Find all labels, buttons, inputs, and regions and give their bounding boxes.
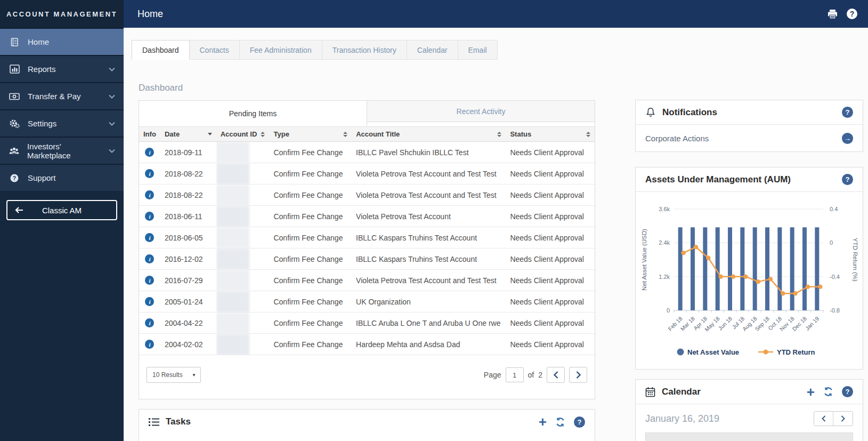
- notifications-panel: Notifications ? Corporate Actions →: [635, 100, 863, 152]
- back-arrow-icon: [15, 207, 23, 213]
- sidebar-item-home[interactable]: Home: [0, 28, 124, 55]
- info-icon[interactable]: i: [145, 254, 154, 263]
- arrow-right-circle-icon[interactable]: →: [842, 133, 853, 144]
- sidebar: ACCOUNT MANAGEMENT HomeReportsTransfer &…: [0, 0, 124, 441]
- cell-status: Needs Client Approval: [506, 142, 595, 163]
- column-label: Account Title: [356, 130, 400, 138]
- cell-account-id-redacted: [216, 270, 249, 291]
- printer-icon[interactable]: [827, 9, 838, 19]
- column-header-type[interactable]: Type: [269, 127, 352, 141]
- cell-account-id-redacted: [216, 142, 249, 163]
- sidebar-item-label: Support: [28, 173, 56, 182]
- notification-item-corporate-actions[interactable]: Corporate Actions →: [636, 125, 863, 151]
- cell-status: Needs Client Approval: [506, 185, 595, 205]
- table-row: i2018-08-22Confirm Fee ChangeVioleta Pet…: [139, 185, 595, 206]
- of-label: of: [528, 371, 534, 379]
- sort-desc-icon: [208, 133, 212, 135]
- calendar-help-icon[interactable]: ?: [842, 386, 853, 397]
- cell-type: Confirm Fee Change: [269, 185, 352, 205]
- cell-account-id-redacted: [216, 312, 249, 333]
- notifications-help-icon[interactable]: ?: [842, 107, 853, 118]
- info-icon[interactable]: i: [145, 169, 154, 178]
- tab-transaction-history[interactable]: Transaction History: [322, 40, 407, 60]
- calendar-next-button[interactable]: [833, 412, 853, 426]
- cell-date: 2005-01-24: [160, 291, 216, 312]
- info-icon[interactable]: i: [145, 233, 154, 242]
- table-row: i2016-12-02Confirm Fee ChangeIBLLC Kaspa…: [139, 248, 595, 270]
- tab-fee-administration[interactable]: Fee Administration: [240, 40, 322, 60]
- cell-account-id-redacted: [216, 185, 249, 205]
- aum-help-icon[interactable]: ?: [842, 174, 853, 185]
- cell-status: Needs Client Approval: [506, 334, 595, 355]
- add-task-icon[interactable]: +: [539, 416, 547, 427]
- svg-text:2.4k: 2.4k: [659, 239, 670, 246]
- cell-account-id-redacted: [216, 248, 249, 269]
- cell-account-title: IBLLC Aruba L One T and Aruba U One rwe: [352, 312, 506, 333]
- subtab-recent-activity[interactable]: Recent Activity: [367, 101, 595, 122]
- info-icon[interactable]: i: [145, 297, 154, 306]
- sidebar-item-reports[interactable]: Reports: [0, 55, 124, 82]
- tab-contacts[interactable]: Contacts: [190, 40, 240, 60]
- cell-date: 2004-04-22: [160, 312, 216, 333]
- cell-account-title: Violeta Petrova Test Account and Test Te…: [352, 185, 506, 205]
- cell-date: 2018-08-22: [160, 185, 216, 205]
- column-header-status[interactable]: Status: [506, 127, 595, 141]
- tasks-title: Tasks: [166, 416, 191, 427]
- info-icon[interactable]: i: [145, 190, 154, 199]
- info-icon[interactable]: i: [145, 148, 154, 157]
- sidebar-item-label: Home: [28, 37, 49, 46]
- svg-text:0: 0: [830, 239, 833, 246]
- column-header-account-id[interactable]: Account ID: [216, 127, 270, 141]
- cell-account-title: IBLLC Pavel Shchukin IBLLC Test: [352, 142, 506, 163]
- calendar-event-area: [645, 432, 853, 441]
- sidebar-item-investors-marketplace[interactable]: Investors' Marketplace: [0, 137, 124, 164]
- tab-dashboard[interactable]: Dashboard: [132, 40, 190, 60]
- table-row: i2004-02-02Confirm Fee ChangeHardeep Meh…: [139, 334, 595, 355]
- help-icon[interactable]: ?: [847, 9, 857, 19]
- cell-account-id-redacted: [216, 163, 249, 184]
- cell-date: 2016-07-29: [160, 270, 216, 291]
- info-icon[interactable]: i: [145, 340, 154, 349]
- aum-title: Assets Under Management (AUM): [645, 174, 791, 185]
- calendar-icon: [645, 387, 655, 397]
- add-event-icon[interactable]: +: [807, 387, 815, 397]
- sidebar-item-settings[interactable]: Settings: [0, 109, 124, 137]
- results-select-value: 10 Results: [152, 371, 183, 379]
- svg-text:Net Asset Value: Net Asset Value: [687, 348, 739, 356]
- svg-text:Net Asset Value (USD): Net Asset Value (USD): [641, 229, 647, 291]
- page-label: Page: [484, 371, 501, 379]
- cell-account-id-redacted: [216, 206, 249, 227]
- calendar-current-date: January 16, 2019: [645, 413, 719, 424]
- cell-account-id-redacted: [216, 227, 249, 248]
- calendar-prev-button[interactable]: [814, 412, 833, 426]
- sidebar-item-support[interactable]: ?Support: [0, 164, 124, 191]
- column-header-date[interactable]: Date: [160, 127, 216, 141]
- info-icon[interactable]: i: [145, 212, 154, 221]
- content-area: DashboardContactsFee AdministrationTrans…: [124, 28, 868, 441]
- svg-text:-0.4: -0.4: [830, 274, 840, 280]
- results-per-page-select[interactable]: 10 Results ▼: [147, 367, 201, 383]
- subtab-bar: Pending ItemsRecent Activity: [139, 101, 595, 122]
- classic-am-button[interactable]: Classic AM: [6, 200, 117, 220]
- tab-email[interactable]: Email: [458, 40, 498, 60]
- tasks-help-icon[interactable]: ?: [574, 416, 585, 428]
- aum-panel: Assets Under Management (AUM) ? 3.6k0.42…: [635, 167, 863, 370]
- svg-text:0.4: 0.4: [830, 206, 838, 212]
- next-page-button[interactable]: [569, 367, 587, 383]
- calendar-refresh-icon[interactable]: [823, 387, 833, 397]
- column-header-account-title[interactable]: Account Title: [352, 127, 506, 141]
- page-title: Home: [137, 9, 163, 20]
- info-icon[interactable]: i: [145, 276, 154, 285]
- svg-text:Jun 18: Jun 18: [717, 315, 733, 332]
- chevron-down-icon: [109, 67, 115, 71]
- table-row: i2005-01-24Confirm Fee ChangeUK Organiza…: [139, 291, 595, 312]
- refresh-icon[interactable]: [555, 417, 565, 427]
- info-icon[interactable]: i: [145, 318, 154, 327]
- svg-text:YTD Return: YTD Return: [777, 348, 815, 356]
- sidebar-item-transfer-pay[interactable]: Transfer & Pay: [0, 82, 124, 109]
- prev-page-button[interactable]: [547, 367, 565, 383]
- page-number-input[interactable]: [506, 367, 524, 382]
- svg-text:1.2k: 1.2k: [659, 274, 670, 280]
- tab-calendar[interactable]: Calendar: [407, 40, 458, 60]
- subtab-pending-items[interactable]: Pending Items: [139, 101, 367, 126]
